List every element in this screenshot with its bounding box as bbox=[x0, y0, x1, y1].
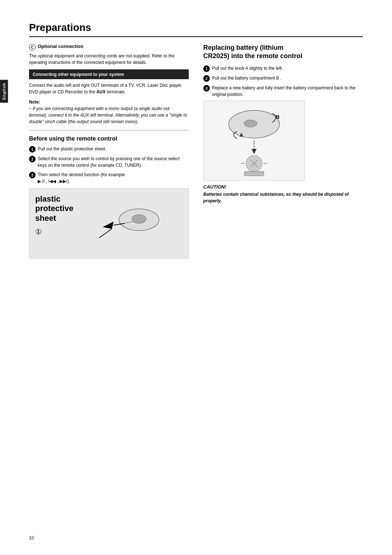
svg-marker-11 bbox=[252, 149, 257, 154]
battery-item-2: 2 Pull out the battery compartment B . bbox=[203, 75, 363, 82]
caution-text: Batteries contain chemical substances, s… bbox=[203, 191, 363, 204]
battery-item-1: 1 Pull out the knob A slightly to the le… bbox=[203, 65, 363, 72]
plastic-sheet-box: plasticprotectivesheet ① bbox=[29, 188, 189, 259]
battery-text-1: Pull out the knob A slightly to the left… bbox=[212, 65, 283, 72]
divider bbox=[29, 130, 189, 130]
page-number: 10 bbox=[29, 535, 34, 540]
svg-line-5 bbox=[99, 229, 112, 238]
circle-1-label: ① bbox=[35, 227, 75, 236]
svg-rect-15 bbox=[244, 171, 264, 176]
remote-item-1: 1 Pull out the plastic protective sheet. bbox=[29, 146, 189, 153]
battery-num-1: 1 bbox=[203, 65, 210, 72]
left-column: C Optional connection The optional equip… bbox=[29, 44, 189, 259]
right-column: Replacing battery (lithium CR2025) into … bbox=[203, 44, 363, 259]
sub-body-text: Connect the audio left and right OUT ter… bbox=[29, 82, 189, 95]
sub-box: Connecting other equipment to your syste… bbox=[29, 69, 189, 79]
plastic-label: plasticprotectivesheet bbox=[35, 194, 75, 223]
battery-num-3: 3 bbox=[203, 85, 210, 92]
item-text-3: Then select the desired function (for ex… bbox=[38, 171, 125, 185]
svg-marker-2 bbox=[103, 222, 114, 229]
section-c-header: C Optional connection bbox=[29, 44, 189, 50]
section-c-label: C bbox=[29, 44, 36, 50]
section-c-body: The optional equipment and connecting co… bbox=[29, 53, 189, 66]
note-label: Note: bbox=[29, 100, 40, 105]
sub-box-title: Connecting other equipment to your syste… bbox=[33, 72, 124, 77]
remote-svg bbox=[92, 194, 172, 252]
two-column-layout: C Optional connection The optional equip… bbox=[29, 44, 363, 259]
item-text-1: Pull out the plastic protective sheet. bbox=[38, 146, 106, 152]
svg-point-7 bbox=[244, 120, 257, 127]
item-text-2: Select the source you wish to control by… bbox=[38, 155, 189, 169]
svg-text:B: B bbox=[276, 114, 279, 120]
section-c-title: Optional connection bbox=[38, 44, 83, 49]
item-num-3: 3 bbox=[29, 172, 36, 178]
page-title: Preparations bbox=[29, 22, 363, 37]
function-example: ▶ II , I◀◀ , ▶▶I). bbox=[38, 179, 70, 184]
english-tab: English bbox=[0, 80, 8, 103]
caution-title: CAUTION! bbox=[203, 184, 363, 190]
remote-section-title: Before using the remote control bbox=[29, 135, 189, 142]
item-num-2: 2 bbox=[29, 156, 36, 162]
item-num-1: 1 bbox=[29, 146, 36, 153]
battery-diagram: B A bbox=[203, 101, 305, 181]
battery-diagram-svg: B A bbox=[205, 102, 303, 179]
svg-text:A: A bbox=[240, 132, 243, 138]
battery-item-3: 3 Replace a new battery and fully insert… bbox=[203, 85, 363, 98]
right-section-title: Replacing battery (lithium CR2025) into … bbox=[203, 44, 363, 61]
battery-num-2: 2 bbox=[203, 75, 210, 82]
remote-illustration bbox=[81, 194, 183, 252]
remote-item-2: 2 Select the source you wish to control … bbox=[29, 155, 189, 169]
caution-box: CAUTION! Batteries contain chemical subs… bbox=[203, 184, 363, 204]
svg-point-1 bbox=[132, 215, 146, 223]
aux-label: AUX bbox=[96, 89, 105, 94]
note-text: Note: – If you are connecting equipment … bbox=[29, 99, 189, 125]
battery-text-2: Pull out the battery compartment B . bbox=[212, 75, 281, 81]
page: English Preparations C Optional connecti… bbox=[0, 0, 392, 555]
battery-text-3: Replace a new battery and fully insert t… bbox=[212, 85, 363, 98]
remote-item-3: 3 Then select the desired function (for … bbox=[29, 171, 189, 185]
